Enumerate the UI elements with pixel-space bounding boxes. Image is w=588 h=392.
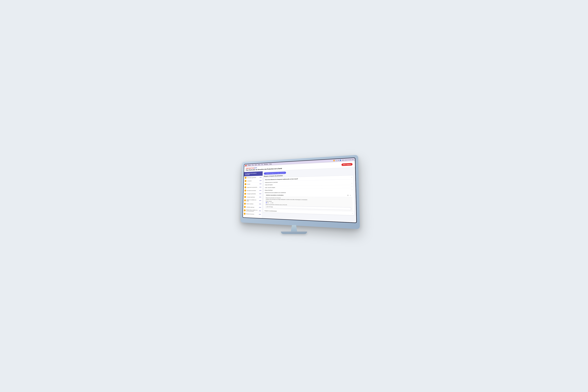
main-layout: Le chantier de la maison Chevallier 1 In… — [243, 167, 356, 222]
sidebar-item-10[interactable]: 10 Installation générale — [243, 205, 262, 209]
sidebar-line-12 — [259, 214, 261, 214]
sidebar-line-11 — [259, 211, 261, 211]
sidebar-number-10: 10 — [244, 206, 246, 208]
risk-chevron-chute: › — [352, 182, 352, 184]
expanded-risk-atteintes: Atteintes musculaires et articulaires 🗑 … — [264, 194, 353, 211]
collapse-icon[interactable]: ∨ — [350, 194, 351, 196]
wifi-icon: 📶 — [333, 160, 335, 161]
menu-go[interactable]: Go — [261, 164, 263, 165]
sidebar-line-1 — [260, 177, 262, 177]
sidebar-item-2[interactable]: 2 L'entreprise — [244, 179, 262, 182]
sidebar-number-6: 6 — [244, 193, 246, 195]
sidebar-label-4: Organismes de prévention — [247, 186, 259, 188]
sidebar-label-6: Consignes particulières — [247, 193, 258, 194]
datetime-display: Mon Jun 5 9:41 AM — [342, 159, 354, 161]
expanded-risk-label: Atteintes musculaires et articulaires — [266, 194, 284, 196]
sidebar-number-11: 11 — [244, 209, 246, 211]
macos-system-controls: 📶 🔍 ⚙ 👤 Mon Jun 5 9:41 AM — [333, 159, 354, 161]
sidebar-label-2: L'entreprise — [247, 180, 259, 182]
sidebar-line-9 — [259, 204, 261, 204]
sidebar-label-11: Risques liés au chantier et à son enviro… — [246, 209, 258, 212]
radio-non-label: Non — [272, 202, 273, 203]
delete-icon[interactable]: 🗑 — [347, 194, 349, 196]
sidebar-line-4 — [259, 187, 262, 187]
import-label: Importer les risques de 2 modes opératoi… — [266, 172, 285, 174]
sidebar-line-10 — [259, 207, 261, 207]
sidebar-item-9[interactable]: 9 Moyens matériels — [243, 202, 262, 206]
risk-label-autre: Autre / tous les risques — [265, 187, 275, 188]
sidebar-number-7: 7 — [244, 196, 246, 198]
risk-label-electrique: Risque électrique — [265, 190, 272, 191]
sidebar-label-9: Moyens matériels — [246, 203, 258, 204]
sidebar-line-5 — [259, 190, 262, 190]
sidebar-number-9: 9 — [244, 203, 246, 204]
preparation-charpente-group: Préparation des éléments de charpente At… — [263, 192, 354, 212]
sidebar: Le chantier de la maison Chevallier 1 In… — [243, 171, 263, 218]
sidebar-item-1[interactable]: 1 Informations générales — [244, 176, 262, 180]
task-chevron-icon: › — [352, 176, 352, 178]
sidebar-number-3: 3 — [244, 183, 246, 185]
menu-view[interactable]: View — [258, 164, 260, 166]
coupure-label: Coupure ou sectionnement — [264, 210, 277, 212]
radio-oui[interactable]: Oui — [266, 202, 269, 203]
sidebar-item-8[interactable]: 8 Hygiène et conditions de travail — [243, 198, 262, 202]
monitor-neck — [289, 225, 299, 232]
preparation-chantier-group: Préparation du chantier Chute de hauteur… — [264, 179, 354, 192]
sidebar-item-5[interactable]: 5 Description des travaux — [244, 189, 262, 192]
menu-file[interactable]: File — [252, 164, 254, 166]
radio-non[interactable]: Non — [270, 202, 273, 203]
prep-charpente-label: Préparation des éléments de charpente — [265, 192, 352, 193]
risk-label-chute: Chute de hauteur — [265, 184, 273, 185]
settings-icon[interactable]: ⚙ — [338, 160, 339, 161]
sidebar-header: Le chantier de la maison Chevallier — [244, 171, 263, 176]
sidebar-item-3[interactable]: 3 Chantier — [244, 182, 262, 186]
sidebar-item-4[interactable]: 4 Organismes de prévention — [244, 186, 262, 189]
monitor-base — [281, 232, 307, 234]
task-card: Poser des éléments de charpente traditio… — [263, 175, 355, 216]
sidebar-number-4: 4 — [244, 186, 246, 188]
sidebar-label-10: Installation générale — [246, 206, 258, 208]
brand-btp-text: BTP — [254, 167, 257, 169]
mon-espace-button[interactable]: Mon espace — [342, 163, 352, 166]
sidebar-number-5: 5 — [244, 190, 246, 192]
radio-oui-dot — [266, 202, 267, 203]
apple-menu[interactable]: 🍎 — [245, 164, 247, 166]
expanded-risk-header[interactable]: Atteintes musculaires et articulaires 🗑 … — [265, 194, 352, 197]
moyens-entreprise-text: Adoptez des techniques de levage adéquat… — [266, 198, 351, 201]
search-icon[interactable]: 🔍 — [336, 160, 337, 161]
import-risks-button[interactable]: ↑ Importer les risques de 2 modes opérat… — [264, 172, 286, 175]
radio-oui-label: Oui — [267, 202, 269, 203]
menu-edit[interactable]: Edit — [255, 164, 257, 166]
content-area: ↑ Importer les risques de 2 modes opérat… — [262, 167, 356, 222]
menu-help[interactable]: Help — [269, 163, 272, 165]
sidebar-number-12: 12 — [244, 213, 246, 215]
sidebar-item-7[interactable]: 7 Consignes générales — [243, 195, 262, 199]
risk-chevron-electrique: › — [352, 189, 352, 190]
sidebar-line-8 — [259, 200, 261, 200]
sidebar-number-2: 2 — [244, 180, 246, 182]
sidebar-label-7: Consignes générales — [246, 196, 258, 198]
sidebar-line-7 — [259, 197, 261, 197]
sidebar-line-2 — [260, 180, 262, 180]
expanded-risk-actions: 🗑 ∨ — [347, 194, 351, 196]
brand-prevention-text: PRÉVENTION — [246, 167, 254, 169]
user-icon: 👤 — [340, 160, 341, 161]
expanded-risk-content: Moyens de prévention de l'entreprise Ado… — [264, 196, 353, 211]
menu-window[interactable]: Window — [264, 164, 268, 165]
menu-finder[interactable]: Finder — [248, 164, 251, 166]
sidebar-label-3: Chantier — [247, 183, 259, 185]
sidebar-item-12[interactable]: 12 Mesures de secours — [243, 212, 262, 216]
sidebar-line-6 — [259, 194, 261, 194]
sidebar-line-3 — [260, 184, 262, 184]
sidebar-label-5: Description des travaux — [247, 190, 258, 191]
import-icon: ↑ — [265, 173, 266, 174]
radio-non-dot — [270, 202, 271, 203]
sidebar-label-12: Mesures de secours — [246, 213, 258, 215]
coupure-chevron-icon: › — [352, 212, 353, 214]
risk-chevron-autre: › — [352, 186, 352, 187]
sidebar-label-1: Informations générales — [247, 177, 259, 178]
sidebar-number-8: 8 — [244, 199, 246, 201]
sidebar-item-6[interactable]: 6 Consignes particulières — [244, 192, 262, 195]
sidebar-label-8: Hygiène et conditions de travail — [246, 199, 258, 202]
sidebar-number-1: 1 — [245, 177, 246, 179]
